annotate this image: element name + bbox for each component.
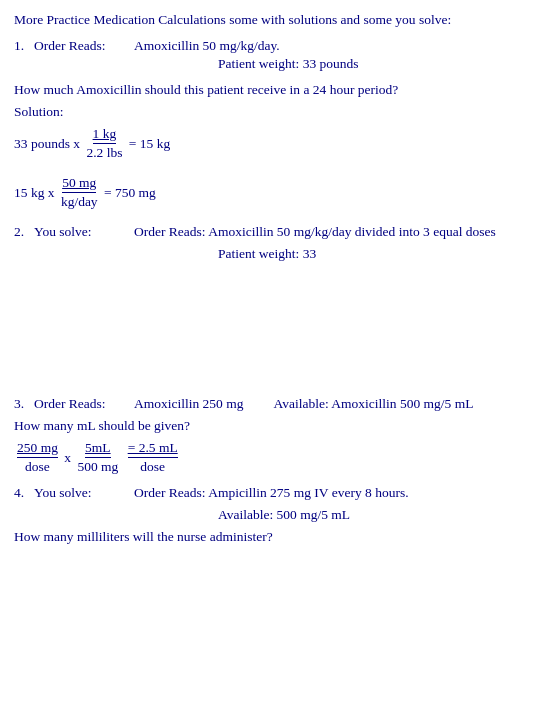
question-4: How many milliliters will the nurse admi… (14, 529, 528, 545)
calc-line-2: 15 kg x 50 mg kg/day = 750 mg (14, 175, 528, 210)
calc3-result-num: = 2.5 mL (128, 440, 178, 458)
question-1: How much Amoxicillin should this patient… (14, 82, 528, 98)
calc3-frac2-num: 5mL (85, 440, 111, 458)
item-1-line2: Patient weight: 33 pounds (218, 56, 528, 72)
item-2-line1: Order Reads: Amoxicillin 50 mg/kg/day di… (134, 224, 496, 240)
item-3-order-line: 3. Order Reads: Amoxicillin 250 mg Avail… (14, 396, 528, 412)
calc3-x: x (64, 450, 71, 466)
calc-block-3: 250 mg dose x 5mL 500 mg = 2.5 mL dose (14, 440, 528, 475)
item-3-label: Order Reads: (34, 396, 134, 412)
calc-line-3: 250 mg dose x 5mL 500 mg = 2.5 mL dose (14, 440, 528, 475)
calc1-result: = 15 kg (129, 136, 170, 152)
calc2-frac-den: kg/day (61, 193, 98, 210)
item-2-label: You solve: (34, 224, 134, 240)
spacer (14, 276, 528, 396)
item-2-section: 2. You solve: Order Reads: Amoxicillin 5… (14, 224, 528, 262)
calc2-frac-num: 50 mg (62, 175, 96, 193)
calc3-result-den: dose (140, 458, 165, 475)
item-1-section: 1. Order Reads: Amoxicillin 50 mg/kg/day… (14, 38, 528, 72)
item-1-num: 1. (14, 38, 34, 54)
question-3: How many mL should be given? (14, 418, 528, 434)
calc1-fraction: 1 kg 2.2 lbs (86, 126, 122, 161)
calc2-prefix: 15 kg x (14, 185, 55, 201)
calc3-result: = 2.5 mL dose (128, 440, 178, 475)
item-4-line2: Available: 500 mg/5 mL (218, 507, 528, 523)
item-4-row: 4. You solve: Order Reads: Ampicillin 27… (14, 485, 528, 501)
intro-text: More Practice Medication Calculations so… (14, 12, 528, 28)
calc1-prefix: 33 pounds x (14, 136, 80, 152)
calc-block-1: 33 pounds x 1 kg 2.2 lbs = 15 kg (14, 126, 528, 161)
item-2-line2: Patient weight: 33 (218, 246, 528, 262)
calc3-frac1-den: dose (25, 458, 50, 475)
calc1-frac-num: 1 kg (93, 126, 117, 144)
item-4-label: You solve: (34, 485, 134, 501)
calc3-frac1-num: 250 mg (17, 440, 58, 458)
calc3-frac2: 5mL 500 mg (77, 440, 118, 475)
calc-line-1: 33 pounds x 1 kg 2.2 lbs = 15 kg (14, 126, 528, 161)
item-4-line1: Order Reads: Ampicillin 275 mg IV every … (134, 485, 409, 501)
solution-label: Solution: (14, 104, 528, 120)
calc3-frac1: 250 mg dose (17, 440, 58, 475)
item-3-available: Available: Amoxicillin 500 mg/5 mL (274, 396, 474, 412)
item-1-label: Order Reads: (34, 38, 134, 54)
item-3-section: 3. Order Reads: Amoxicillin 250 mg Avail… (14, 396, 528, 412)
item-2-num: 2. (14, 224, 34, 240)
calc2-result: = 750 mg (104, 185, 156, 201)
calc3-frac2-den: 500 mg (77, 458, 118, 475)
calc-block-2: 15 kg x 50 mg kg/day = 750 mg (14, 175, 528, 210)
item-3-content: Amoxicillin 250 mg (134, 396, 244, 412)
item-4-section: 4. You solve: Order Reads: Ampicillin 27… (14, 485, 528, 523)
item-4-num: 4. (14, 485, 34, 501)
item-3-num: 3. (14, 396, 34, 412)
calc1-frac-den: 2.2 lbs (86, 144, 122, 161)
item-1-line1: Amoxicillin 50 mg/kg/day. (134, 38, 280, 54)
calc2-fraction: 50 mg kg/day (61, 175, 98, 210)
item-1-order-line: 1. Order Reads: Amoxicillin 50 mg/kg/day… (14, 38, 528, 54)
item-2-row: 2. You solve: Order Reads: Amoxicillin 5… (14, 224, 528, 240)
